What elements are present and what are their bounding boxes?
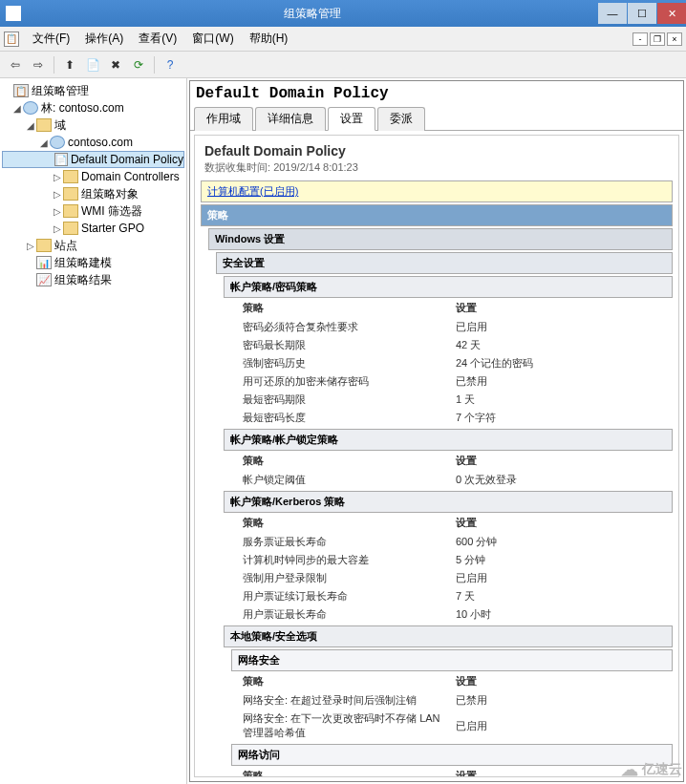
delete-button[interactable]: ✖ [106,55,125,74]
table-row: 计算机时钟同步的最大容差5 分钟 [239,551,665,569]
table-cell: 密码必须符合复杂性要求 [239,318,452,336]
menu-window[interactable]: 窗口(W) [184,31,241,47]
section-network-access[interactable]: 网络访问 [231,744,673,766]
tree-starter[interactable]: ▷Starter GPO [2,220,184,237]
forward-button[interactable]: ⇨ [29,55,48,74]
table-cell: 强制密码历史 [239,354,452,372]
table-cell: 42 天 [452,336,665,354]
tree-wmi[interactable]: ▷WMI 筛选器 [2,202,184,220]
menu-view[interactable]: 查看(V) [131,31,184,47]
table-cell: 7 个字符 [452,409,665,427]
tree-domains[interactable]: ◢域 [2,117,184,134]
table-row: 服务票证最长寿命600 分钟 [239,533,665,551]
tab-scope[interactable]: 作用域 [194,107,253,131]
table-row: 强制用户登录限制已启用 [239,569,665,587]
section-computer-config[interactable]: 计算机配置(已启用) [201,180,673,202]
kerberos-policy-table: 策略设置 服务票证最长寿命600 分钟计算机时钟同步的最大容差5 分钟强制用户登… [239,513,665,624]
tree-pane: 📋组策略管理 ◢林: contoso.com ◢域 ◢contoso.com 📄… [0,78,187,784]
mdi-restore-button[interactable]: ❐ [650,32,665,46]
minimize-button[interactable]: — [598,3,627,24]
tree-ddp[interactable]: 📄Default Domain Policy [2,151,184,168]
titlebar: 组策略管理 — ☐ ✕ [0,0,686,27]
separator [154,56,155,74]
results-icon: 📈 [36,273,52,286]
help-button[interactable]: ? [161,55,180,74]
back-button[interactable]: ⇦ [6,55,25,74]
col-policy: 策略 [239,671,452,691]
col-setting: 设置 [452,513,665,533]
table-row: 用可还原的加密来储存密码已禁用 [239,372,665,391]
table-cell: 强制用户登录限制 [239,569,452,587]
table-row: 密码必须符合复杂性要求已启用 [239,318,665,336]
table-cell: 服务票证最长寿命 [239,533,452,551]
ou-icon [63,170,78,183]
show-hide-button[interactable]: 📄 [83,55,102,74]
tree-domain[interactable]: ◢contoso.com [2,134,184,151]
toolbar: ⇦ ⇨ ⬆ 📄 ✖ ⟳ ? [0,52,686,78]
menubar: 📋 文件(F) 操作(A) 查看(V) 窗口(W) 帮助(H) - ❐ × [0,27,686,52]
section-local-security[interactable]: 本地策略/安全选项 [224,625,673,647]
table-row: 帐户锁定阈值0 次无效登录 [239,471,665,489]
maximize-button[interactable]: ☐ [628,3,656,24]
gpmc-icon: 📋 [13,84,29,97]
table-cell: 24 个记住的密码 [452,354,665,372]
table-row: 用户票证续订最长寿命7 天 [239,587,665,605]
col-setting: 设置 [452,671,665,691]
table-row: 最短密码长度7 个字符 [239,409,665,427]
close-button[interactable]: ✕ [657,3,686,24]
table-cell: 已禁用 [452,372,665,391]
content-title: Default Domain Policy [190,81,683,106]
content-pane: Default Domain Policy 作用域 详细信息 设置 委派 Def… [189,80,684,782]
menu-file[interactable]: 文件(F) [25,31,77,47]
up-button[interactable]: ⬆ [60,55,79,74]
folder-icon [36,239,52,252]
mdi-close-button[interactable]: × [667,32,682,46]
tree-gpo-objects[interactable]: ▷组策略对象 [2,185,184,202]
section-network-security[interactable]: 网络安全 [231,649,673,671]
mdi-minimize-button[interactable]: - [632,32,648,46]
tree-modeling[interactable]: 📊组策略建模 [2,254,184,271]
table-cell: 用可还原的加密来储存密码 [239,372,452,391]
tree-dc[interactable]: ▷Domain Controllers [2,168,184,185]
table-cell: 已禁用 [452,691,665,710]
tree-forest[interactable]: ◢林: contoso.com [2,99,184,117]
table-cell: 用户票证续订最长寿命 [239,587,452,605]
folder-icon [63,187,78,201]
gpo-link-icon: 📄 [54,153,68,166]
table-row: 用户票证最长寿命10 小时 [239,605,665,624]
tab-details[interactable]: 详细信息 [255,107,326,131]
settings-report[interactable]: Default Domain Policy 数据收集时间: 2019/2/14 … [194,135,679,777]
table-cell: 0 次无效登录 [452,471,665,489]
col-setting: 设置 [452,451,665,471]
tree-root[interactable]: 📋组策略管理 [2,82,184,99]
section-policies[interactable]: 策略 [201,204,673,226]
section-lockout-policy[interactable]: 帐户策略/帐户锁定策略 [224,429,673,451]
table-cell: 已启用 [452,710,665,742]
refresh-button[interactable]: ⟳ [129,55,148,74]
tree-sites[interactable]: ▷站点 [2,237,184,254]
menu-help[interactable]: 帮助(H) [242,31,296,47]
watermark: ☁亿速云 [621,759,682,780]
menu-action[interactable]: 操作(A) [77,31,131,47]
separator [54,56,54,74]
table-cell: 最短密码长度 [239,409,452,427]
table-cell: 网络安全: 在下一次更改密码时不存储 LAN 管理器哈希值 [239,710,452,742]
table-row: 密码最长期限42 天 [239,336,665,354]
tab-settings[interactable]: 设置 [328,107,375,131]
folder-icon [63,204,78,218]
folder-icon [36,118,52,132]
table-row: 强制密码历史24 个记住的密码 [239,354,665,372]
tree-results[interactable]: 📈组策略结果 [2,271,184,288]
section-windows-settings[interactable]: Windows 设置 [208,228,673,250]
password-policy-table: 策略设置 密码必须符合复杂性要求已启用密码最长期限42 天强制密码历史24 个记… [239,298,665,427]
col-policy: 策略 [239,451,452,471]
section-security-settings[interactable]: 安全设置 [216,252,673,274]
table-row: 网络安全: 在下一次更改密码时不存储 LAN 管理器哈希值已启用 [239,710,665,742]
section-kerberos-policy[interactable]: 帐户策略/Kerberos 策略 [224,491,673,513]
table-cell: 计算机时钟同步的最大容差 [239,551,452,569]
table-cell: 已启用 [452,318,665,336]
tab-delegation[interactable]: 委派 [377,107,425,131]
window-title: 组策略管理 [27,6,597,22]
section-password-policy[interactable]: 帐户策略/密码策略 [224,276,673,298]
domain-icon [50,136,65,149]
